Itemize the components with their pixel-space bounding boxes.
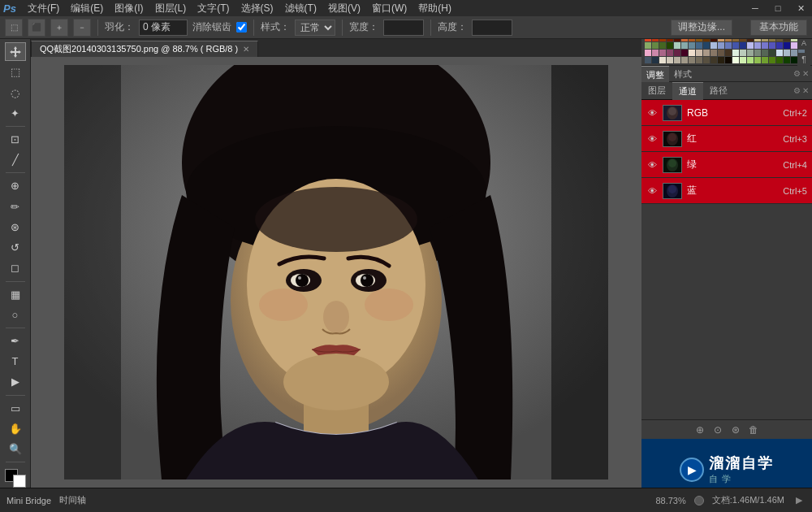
- tool-eyedropper[interactable]: ╱: [5, 150, 26, 169]
- channel-blue[interactable]: 👁 蓝 Ctrl+5: [641, 178, 812, 204]
- close-button[interactable]: ✕: [789, 0, 812, 16]
- document-tab[interactable]: QQ截图20140303135750.png @ 88.7% ( RGB/8 )…: [31, 41, 258, 57]
- swatch[interactable]: [784, 42, 790, 49]
- swatch[interactable]: [725, 42, 732, 49]
- swatch[interactable]: [674, 42, 680, 49]
- channels-panel-close[interactable]: ✕: [802, 86, 809, 95]
- tool-clone[interactable]: ⊛: [5, 218, 26, 236]
- panel-icon-3[interactable]: ⊛: [729, 423, 742, 436]
- menu-window[interactable]: 窗口(W): [367, 0, 412, 16]
- swatch[interactable]: [703, 57, 710, 63]
- swatch[interactable]: [681, 50, 688, 56]
- menu-text[interactable]: 文字(T): [192, 0, 234, 16]
- channels-tab[interactable]: 通道: [672, 82, 703, 100]
- channels-panel-icon[interactable]: ⚙: [793, 86, 801, 95]
- swatch[interactable]: [791, 42, 797, 49]
- swatch[interactable]: [784, 50, 790, 56]
- channel-eye-green-icon[interactable]: 👁: [646, 159, 658, 171]
- menu-filter[interactable]: 滤镜(T): [280, 0, 322, 16]
- swatch-icon-3[interactable]: ¶: [797, 53, 810, 66]
- swatch[interactable]: [659, 50, 666, 56]
- maximize-button[interactable]: □: [767, 0, 789, 16]
- swatch[interactable]: [791, 57, 797, 63]
- swatch[interactable]: [747, 50, 754, 56]
- swatch[interactable]: [762, 42, 768, 49]
- swatch[interactable]: [740, 50, 746, 56]
- swatch[interactable]: [769, 57, 775, 63]
- menu-image[interactable]: 图像(I): [110, 0, 148, 16]
- panel-icon-4[interactable]: 🗑: [747, 423, 760, 436]
- menu-edit[interactable]: 编辑(E): [66, 0, 108, 16]
- swatch[interactable]: [718, 57, 724, 63]
- minimize-button[interactable]: ─: [744, 0, 767, 16]
- adj-panel-icon[interactable]: ⚙: [793, 69, 801, 78]
- channel-eye-blue-icon[interactable]: 👁: [646, 185, 658, 197]
- tool-dodge[interactable]: ○: [5, 306, 26, 324]
- channel-rgb[interactable]: 👁 RGB Ctrl+2: [641, 100, 812, 126]
- panel-icon-1[interactable]: ⊕: [693, 423, 706, 436]
- swatch[interactable]: [747, 57, 754, 63]
- swatch[interactable]: [667, 42, 673, 49]
- swatch[interactable]: [652, 57, 659, 63]
- swatch[interactable]: [645, 50, 651, 56]
- swatch[interactable]: [703, 42, 710, 49]
- tool-spot-heal[interactable]: ⊕: [5, 176, 26, 195]
- swatch[interactable]: [754, 50, 761, 56]
- panel-icon-2[interactable]: ⊙: [711, 423, 724, 436]
- layers-tab[interactable]: 图层: [641, 82, 672, 100]
- swatch[interactable]: [710, 50, 717, 56]
- swatch[interactable]: [659, 57, 666, 63]
- swatch[interactable]: [784, 57, 790, 63]
- swatch[interactable]: [652, 42, 659, 49]
- swatch[interactable]: [732, 42, 739, 49]
- tool-eraser[interactable]: ◻: [5, 258, 26, 277]
- swatch[interactable]: [762, 50, 768, 56]
- feather-input[interactable]: [139, 20, 188, 36]
- basic-function-button[interactable]: 基本功能: [750, 20, 807, 36]
- channel-green[interactable]: 👁 绿 Ctrl+4: [641, 152, 812, 178]
- antialias-checkbox[interactable]: [236, 22, 247, 33]
- tool-lasso[interactable]: ◌: [5, 84, 26, 102]
- doc-arrow-icon[interactable]: ▶: [793, 494, 806, 507]
- swatch[interactable]: [718, 42, 724, 49]
- tool-sub-icon[interactable]: －: [73, 19, 91, 37]
- swatch[interactable]: [696, 42, 702, 49]
- swatch[interactable]: [689, 42, 695, 49]
- swatch[interactable]: [710, 42, 717, 49]
- channel-eye-icon[interactable]: 👁: [646, 107, 658, 119]
- swatch[interactable]: [667, 50, 673, 56]
- height-input[interactable]: [472, 20, 512, 36]
- swatch[interactable]: [652, 50, 659, 56]
- paths-tab[interactable]: 路径: [703, 82, 734, 100]
- tool-mode-icon[interactable]: ⬚: [5, 19, 23, 37]
- swatch[interactable]: [776, 42, 783, 49]
- swatch[interactable]: [645, 57, 651, 63]
- swatch[interactable]: [776, 57, 783, 63]
- swatch[interactable]: [754, 42, 761, 49]
- swatch[interactable]: [718, 50, 724, 56]
- adj-tab-style[interactable]: 样式: [669, 66, 697, 82]
- swatch[interactable]: [747, 42, 754, 49]
- swatch[interactable]: [674, 57, 680, 63]
- swatch[interactable]: [696, 57, 702, 63]
- swatch[interactable]: [725, 50, 732, 56]
- channel-eye-red-icon[interactable]: 👁: [646, 133, 658, 145]
- tool-zoom[interactable]: 🔍: [5, 440, 26, 458]
- swatch[interactable]: [696, 50, 702, 56]
- adjust-edge-button[interactable]: 调整边缘...: [671, 20, 732, 36]
- swatch[interactable]: [645, 42, 651, 49]
- swatch[interactable]: [769, 50, 775, 56]
- tool-path-select[interactable]: ▶: [5, 372, 26, 391]
- tool-pen[interactable]: ✒: [5, 332, 26, 350]
- background-color[interactable]: [13, 475, 26, 488]
- menu-help[interactable]: 帮助(H): [413, 0, 456, 16]
- swatch[interactable]: [732, 50, 739, 56]
- mini-bridge-button[interactable]: Mini Bridge: [6, 496, 51, 505]
- menu-layer[interactable]: 图层(L): [150, 0, 192, 16]
- status-indicator[interactable]: [694, 496, 704, 505]
- swatch[interactable]: [732, 57, 739, 63]
- timeline-button[interactable]: 时间轴: [59, 494, 86, 506]
- style-select[interactable]: 正常: [295, 20, 335, 36]
- swatch[interactable]: [674, 50, 680, 56]
- width-input[interactable]: [383, 20, 424, 36]
